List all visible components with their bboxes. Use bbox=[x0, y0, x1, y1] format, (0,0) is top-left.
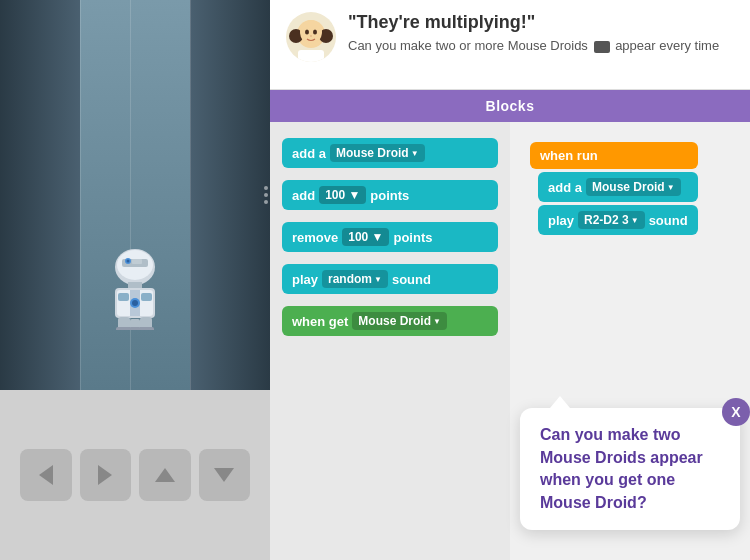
when-get-dropdown[interactable]: Mouse Droid bbox=[352, 312, 447, 330]
tooltip: X Can you make two Mouse Droids appear w… bbox=[520, 408, 740, 530]
panel-left bbox=[0, 0, 80, 390]
mouse-droid-icon bbox=[594, 41, 610, 53]
header-desc-start: Can you make two or more Mouse Droids bbox=[348, 38, 588, 53]
block-label-add2: add bbox=[292, 188, 315, 203]
svg-point-24 bbox=[305, 30, 309, 35]
blocks-column: add a Mouse Droid add 100 ▼ points remov… bbox=[270, 122, 510, 560]
tooltip-tail bbox=[550, 396, 570, 408]
svg-rect-5 bbox=[132, 259, 142, 264]
svg-point-4 bbox=[127, 260, 130, 263]
svg-point-13 bbox=[132, 300, 138, 306]
block-label-add: add a bbox=[292, 146, 326, 161]
up-arrow-icon bbox=[155, 468, 175, 482]
points-value[interactable]: 100 ▼ bbox=[319, 186, 366, 204]
right-arrow-icon bbox=[98, 465, 112, 485]
grid-line bbox=[190, 0, 191, 390]
header-desc-end: appear every time bbox=[615, 38, 719, 53]
grid-line bbox=[80, 0, 81, 390]
resize-handle bbox=[264, 186, 268, 204]
header: "They're multiplying!" Can you make two … bbox=[270, 0, 750, 90]
game-panel bbox=[0, 0, 270, 560]
header-title: "They're multiplying!" bbox=[348, 12, 734, 33]
leia-avatar-icon bbox=[286, 12, 336, 62]
when-run-block[interactable]: when run bbox=[530, 142, 698, 169]
code-area: when run add a Mouse Droid play R2-D2 3 … bbox=[510, 122, 750, 560]
code-stack: when run add a Mouse Droid play R2-D2 3 … bbox=[530, 142, 698, 238]
code-sound-label: sound bbox=[649, 213, 688, 228]
code-r2d2-dropdown[interactable]: R2-D2 3 bbox=[578, 211, 645, 229]
down-arrow-icon bbox=[214, 468, 234, 482]
nav-up-button[interactable] bbox=[139, 449, 191, 501]
tooltip-text: Can you make two Mouse Droids appear whe… bbox=[540, 426, 703, 510]
nav-right-button[interactable] bbox=[80, 449, 132, 501]
code-mouse-droid-dropdown[interactable]: Mouse Droid bbox=[586, 178, 681, 196]
code-play-label: play bbox=[548, 213, 574, 228]
avatar bbox=[286, 12, 336, 62]
block-label-points: points bbox=[370, 188, 409, 203]
play-sound-block[interactable]: play random sound bbox=[282, 264, 498, 294]
svg-rect-27 bbox=[298, 50, 324, 62]
remove-points-value[interactable]: 100 ▼ bbox=[342, 228, 389, 246]
nav-controls bbox=[0, 390, 270, 560]
svg-rect-10 bbox=[118, 293, 129, 301]
svg-rect-11 bbox=[141, 293, 152, 301]
block-label-when-get: when get bbox=[292, 314, 348, 329]
panel-center bbox=[80, 0, 190, 390]
add-mouse-droid-block[interactable]: add a Mouse Droid bbox=[282, 138, 498, 168]
header-description: Can you make two or more Mouse Droids ap… bbox=[348, 37, 734, 55]
svg-rect-19 bbox=[129, 327, 141, 330]
svg-point-26 bbox=[310, 35, 312, 37]
remove-points-block[interactable]: remove 100 ▼ points bbox=[282, 222, 498, 252]
block-label-remove: remove bbox=[292, 230, 338, 245]
code-play-block[interactable]: play R2-D2 3 sound bbox=[538, 205, 698, 235]
mouse-droid-dropdown[interactable]: Mouse Droid bbox=[330, 144, 425, 162]
code-add-label: add a bbox=[548, 180, 582, 195]
when-run-label: when run bbox=[540, 148, 598, 163]
resize-dot bbox=[264, 186, 268, 190]
block-label-points2: points bbox=[393, 230, 432, 245]
nav-down-button[interactable] bbox=[199, 449, 251, 501]
panel-right bbox=[190, 0, 270, 390]
resize-dot bbox=[264, 200, 268, 204]
tooltip-close-button[interactable]: X bbox=[722, 398, 750, 426]
blocks-area: add a Mouse Droid add 100 ▼ points remov… bbox=[270, 122, 750, 560]
code-add-droid-block[interactable]: add a Mouse Droid bbox=[538, 172, 698, 202]
svg-rect-6 bbox=[128, 282, 142, 288]
add-points-block[interactable]: add 100 ▼ points bbox=[282, 180, 498, 210]
header-text: "They're multiplying!" Can you make two … bbox=[348, 12, 734, 55]
block-label-sound: sound bbox=[392, 272, 431, 287]
right-panel: "They're multiplying!" Can you make two … bbox=[270, 0, 750, 560]
game-canvas bbox=[0, 0, 270, 390]
blocks-header: Blocks bbox=[270, 90, 750, 122]
block-label-play: play bbox=[292, 272, 318, 287]
nav-left-button[interactable] bbox=[20, 449, 72, 501]
game-background bbox=[0, 0, 270, 390]
when-get-block[interactable]: when get Mouse Droid bbox=[282, 306, 498, 336]
random-dropdown[interactable]: random bbox=[322, 270, 388, 288]
r2d2-character bbox=[100, 245, 170, 330]
left-arrow-icon bbox=[39, 465, 53, 485]
svg-point-25 bbox=[313, 30, 317, 35]
grid-line bbox=[130, 0, 131, 390]
resize-dot bbox=[264, 193, 268, 197]
